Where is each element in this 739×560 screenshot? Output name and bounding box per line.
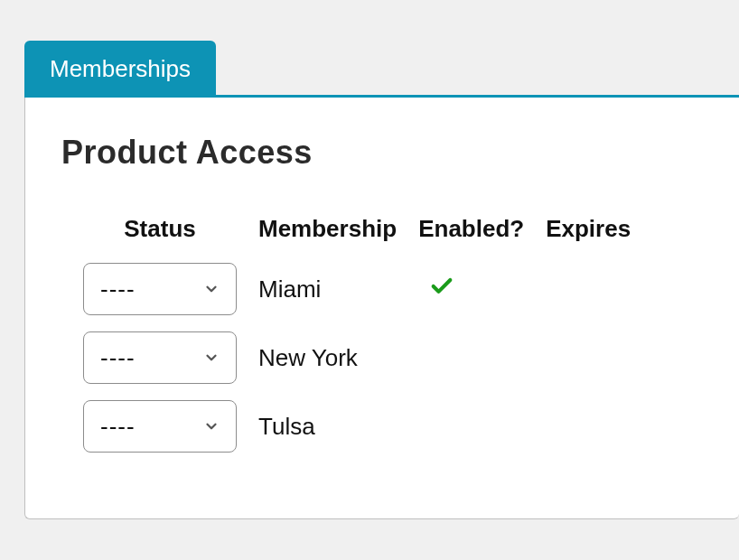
status-select-value: ----	[100, 275, 203, 303]
membership-name: New York	[248, 331, 407, 384]
col-status: Status	[72, 215, 248, 247]
membership-name: Tulsa	[248, 400, 407, 453]
check-icon	[429, 274, 454, 299]
product-access-table: Status Membership Enabled? Expires ---- …	[72, 199, 641, 469]
col-expires: Expires	[535, 215, 641, 247]
chevron-down-icon	[203, 350, 220, 366]
membership-name: Miami	[248, 263, 407, 315]
status-select-value: ----	[100, 413, 203, 441]
table-row: ---- New York	[72, 331, 641, 384]
chevron-down-icon	[203, 418, 220, 434]
tab-memberships-label: Memberships	[50, 55, 191, 82]
col-enabled: Enabled?	[407, 215, 535, 247]
tab-memberships[interactable]: Memberships	[24, 41, 216, 98]
status-select[interactable]: ----	[83, 400, 237, 453]
expires-value	[535, 331, 641, 384]
chevron-down-icon	[203, 281, 220, 297]
expires-value	[535, 400, 641, 453]
panel-title: Product Access	[61, 134, 703, 172]
status-select[interactable]: ----	[83, 263, 237, 315]
memberships-panel: Product Access Status Membership Enabled…	[24, 95, 739, 519]
status-select[interactable]: ----	[83, 331, 237, 384]
status-select-value: ----	[100, 344, 203, 372]
expires-value	[535, 263, 641, 315]
col-membership: Membership	[248, 215, 407, 247]
table-row: ---- Tulsa	[72, 400, 641, 453]
table-row: ---- Miami	[72, 263, 641, 315]
table-header-row: Status Membership Enabled? Expires	[72, 215, 641, 247]
